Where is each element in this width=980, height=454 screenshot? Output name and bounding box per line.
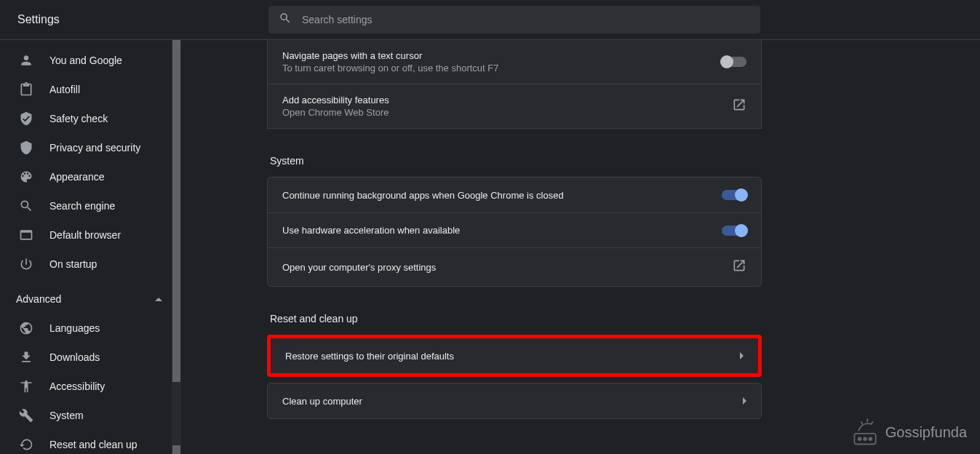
- header: Settings: [0, 0, 980, 40]
- row-hardware-accel[interactable]: Use hardware acceleration when available: [268, 212, 761, 247]
- shield-icon: [19, 140, 33, 155]
- search-icon: [279, 12, 292, 28]
- svg-point-2: [864, 437, 867, 440]
- row-title: Continue running background apps when Go…: [282, 190, 722, 201]
- chevron-up-icon: [155, 298, 162, 301]
- sidebar-item-label: Safety check: [49, 113, 108, 124]
- svg-point-1: [859, 437, 861, 440]
- row-title: Open your computer's proxy settings: [282, 262, 732, 273]
- row-add-accessibility[interactable]: Add accessibility features Open Chrome W…: [268, 84, 761, 128]
- sidebar-item-label: You and Google: [49, 55, 122, 66]
- sidebar-item-label: Reset and clean up: [49, 439, 138, 450]
- sidebar-item-languages[interactable]: Languages: [0, 314, 181, 343]
- shield-check-icon: [19, 111, 33, 126]
- sidebar-item-privacy-security[interactable]: Privacy and security: [0, 133, 181, 162]
- watermark-icon: [849, 416, 881, 448]
- sidebar-item-reset[interactable]: Reset and clean up: [0, 430, 181, 454]
- row-title: Restore settings to their original defau…: [285, 351, 740, 362]
- sidebar-item-search-engine[interactable]: Search engine: [0, 191, 181, 220]
- external-link-icon: [732, 258, 746, 276]
- power-icon: [19, 257, 33, 271]
- download-icon: [19, 350, 33, 365]
- sidebar-item-label: Downloads: [49, 351, 100, 363]
- wrench-icon: [19, 408, 33, 423]
- section-title-reset: Reset and clean up: [267, 313, 762, 324]
- main-content: Navigate pages with a text cursor To tur…: [181, 40, 980, 454]
- watermark: Gossipfunda: [849, 416, 967, 448]
- accessibility-card: Navigate pages with a text cursor To tur…: [267, 40, 762, 129]
- sidebar-item-label: On startup: [49, 258, 97, 270]
- row-caret-browsing[interactable]: Navigate pages with a text cursor To tur…: [268, 40, 761, 84]
- search-input[interactable]: [302, 14, 750, 25]
- row-subtitle: To turn caret browsing on or off, use th…: [282, 63, 722, 73]
- row-title: Use hardware acceleration when available: [282, 225, 722, 236]
- sidebar-scrollbar-track[interactable]: [172, 40, 181, 454]
- toggle-caret-browsing[interactable]: [722, 57, 746, 67]
- clipboard-icon: [19, 82, 33, 97]
- sidebar-item-default-browser[interactable]: Default browser: [0, 220, 181, 250]
- accessibility-icon: [19, 379, 33, 394]
- restore-icon: [19, 437, 33, 452]
- browser-icon: [19, 228, 33, 242]
- search-icon: [19, 199, 33, 213]
- palette-icon: [19, 170, 33, 184]
- sidebar-item-label: Languages: [49, 322, 100, 334]
- person-icon: [19, 53, 33, 68]
- toggle-background-apps[interactable]: [722, 190, 746, 200]
- sidebar-item-accessibility[interactable]: Accessibility: [0, 372, 181, 401]
- cleanup-card: Clean up computer: [267, 383, 762, 419]
- row-subtitle: Open Chrome Web Store: [282, 107, 732, 118]
- sidebar-item-label: Autofill: [49, 84, 80, 95]
- svg-point-3: [869, 437, 872, 440]
- sidebar-item-safety-check[interactable]: Safety check: [0, 104, 181, 133]
- sidebar-item-autofill[interactable]: Autofill: [0, 75, 181, 104]
- sidebar-item-label: Accessibility: [49, 381, 105, 392]
- row-clean-up-computer[interactable]: Clean up computer: [268, 383, 761, 418]
- sidebar-item-label: System: [49, 410, 84, 421]
- advanced-label: Advanced: [16, 293, 61, 305]
- toggle-hardware-accel[interactable]: [722, 226, 746, 236]
- system-card: Continue running background apps when Go…: [267, 177, 762, 287]
- sidebar-item-label: Search engine: [49, 200, 115, 212]
- chevron-right-icon: [743, 397, 746, 405]
- sidebar-item-you-and-google[interactable]: You and Google: [0, 46, 181, 75]
- globe-icon: [19, 321, 33, 335]
- watermark-text: Gossipfunda: [885, 424, 967, 441]
- sidebar-item-downloads[interactable]: Downloads: [0, 343, 181, 372]
- row-proxy-settings[interactable]: Open your computer's proxy settings: [268, 247, 761, 286]
- row-background-apps[interactable]: Continue running background apps when Go…: [268, 178, 761, 212]
- sidebar-section-advanced[interactable]: Advanced: [0, 284, 181, 314]
- sidebar-item-label: Privacy and security: [49, 142, 140, 154]
- external-link-icon: [732, 97, 746, 115]
- sidebar-scrollbar-thumb[interactable]: [172, 40, 180, 382]
- sidebar-item-appearance[interactable]: Appearance: [0, 162, 181, 191]
- chevron-right-icon: [740, 352, 744, 359]
- row-title: Add accessibility features: [282, 95, 732, 105]
- page-title: Settings: [17, 13, 268, 26]
- row-title: Clean up computer: [282, 396, 743, 407]
- search-box[interactable]: [268, 6, 760, 33]
- sidebar-item-label: Default browser: [49, 229, 121, 241]
- row-title: Navigate pages with a text cursor: [282, 50, 722, 61]
- highlight-annotation: Restore settings to their original defau…: [267, 335, 762, 377]
- sidebar: You and Google Autofill Safety check Pri…: [0, 40, 181, 454]
- sidebar-item-label: Appearance: [49, 171, 105, 183]
- sidebar-item-on-startup[interactable]: On startup: [0, 250, 181, 279]
- section-title-system: System: [267, 155, 762, 167]
- row-restore-defaults[interactable]: Restore settings to their original defau…: [271, 338, 758, 373]
- sidebar-scroll-arrow[interactable]: [172, 445, 180, 454]
- sidebar-item-system[interactable]: System: [0, 401, 181, 430]
